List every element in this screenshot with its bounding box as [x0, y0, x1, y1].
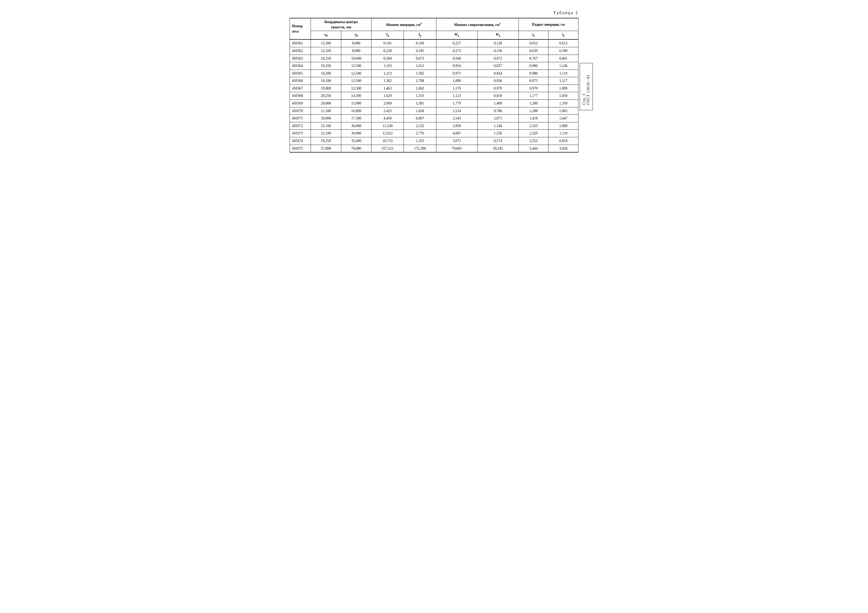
cell-x0: 12,350 — [311, 47, 341, 54]
cell-Iy: 1,612 — [404, 62, 436, 70]
header-nomer: Номерзета — [290, 18, 311, 39]
header-Iy: Iy — [404, 31, 436, 40]
cell-Ix: 10,755 — [372, 137, 404, 145]
cell-Ix: 1,213 — [372, 70, 404, 77]
cell-y0: 15,000 — [341, 100, 372, 107]
cell-y0: 8,000 — [341, 39, 372, 47]
cell-iy: 1,089 — [549, 85, 578, 92]
cell-Ix: 0,181 — [372, 39, 404, 47]
cell-x0: 22,100 — [311, 130, 341, 137]
cell-nomer: 450372 — [290, 122, 311, 130]
cell-Iy: 1,105 — [404, 137, 436, 145]
header-moment-group: Момент инерции, см4 — [372, 18, 436, 31]
cell-Wx: 3,073 — [436, 137, 477, 145]
cell-ix: 0,986 — [519, 62, 549, 70]
cell-x0: 14,250 — [311, 54, 341, 62]
header-Wx: Wx — [436, 31, 477, 40]
cell-Ix: 2,669 — [372, 100, 404, 107]
cell-y0: 17,500 — [341, 115, 372, 122]
cell-y0: 70,000 — [341, 145, 372, 152]
cell-Wx: 1,779 — [436, 100, 477, 107]
cell-Wx: 79,603 — [436, 145, 477, 152]
cell-ix: 0,767 — [519, 54, 549, 62]
cell-Ix: 1,463 — [372, 85, 404, 92]
cell-ix: 2,552 — [519, 137, 549, 145]
cell-iy: 1,119 — [549, 70, 578, 77]
cell-Wy: 1,409 — [477, 100, 519, 107]
table-row: 45036112,5008,0000,1810,1600,2270,1280,6… — [290, 39, 578, 47]
cell-Ix: 12,022 — [372, 130, 404, 137]
cell-x0: 19,200 — [311, 70, 341, 77]
cell-iy: 1,647 — [549, 115, 578, 122]
cell-x0: 20,250 — [311, 92, 341, 100]
cell-Ix: 0,218 — [372, 47, 404, 54]
header-radius-group: Радиус инерции, см — [519, 18, 578, 31]
cell-Wy: 0,650 — [477, 92, 519, 100]
cell-Wy: 0,936 — [477, 77, 519, 85]
cell-Wx: 0,971 — [436, 70, 477, 77]
cell-ix: 1,418 — [519, 115, 549, 122]
cell-Iy: 1,316 — [404, 92, 436, 100]
cell-Wy: 0,128 — [477, 39, 519, 47]
cell-ix: 1,288 — [519, 107, 549, 115]
table-row: 45036212,3508,0000,2180,1850,2730,1500,6… — [290, 47, 578, 54]
cell-y0: 14,500 — [341, 92, 372, 100]
cell-y0: 12,500 — [341, 62, 372, 70]
cell-Wy: 0,150 — [477, 47, 519, 54]
table-row: 45036924,00015,0002,6693,3811,7791,4091,… — [290, 100, 578, 107]
cell-Wx: 2,543 — [436, 115, 477, 122]
cell-ix: 0,975 — [519, 77, 549, 85]
cell-Ix: 557,221 — [372, 145, 404, 152]
cell-y0: 12,500 — [341, 70, 372, 77]
cell-x0: 12,500 — [311, 39, 341, 47]
cell-x0: 22,100 — [311, 122, 341, 130]
cell-nomer: 450370 — [290, 107, 311, 115]
cell-nomer: 450361 — [290, 39, 311, 47]
cell-Wx: 0,273 — [436, 47, 477, 54]
cell-Wx: 0,560 — [436, 54, 477, 62]
cell-Ix: 1,629 — [372, 92, 404, 100]
cell-nomer: 450374 — [290, 137, 311, 145]
cell-iy: 1,089 — [549, 122, 578, 130]
header-Ix: Ix — [372, 31, 404, 40]
table-row: 45037322,10030,00012,0222,7764,0071,2562… — [290, 130, 578, 137]
cell-nomer: 450368 — [290, 92, 311, 100]
cell-Iy: 2,776 — [404, 130, 436, 137]
cell-Wx: 1,514 — [436, 107, 477, 115]
cell-y0: 12,500 — [341, 85, 372, 92]
cell-Ix: 1,193 — [372, 62, 404, 70]
cell-ix: 1,177 — [519, 92, 549, 100]
cell-nomer: 450367 — [290, 85, 311, 92]
cell-Wy: 0,824 — [477, 70, 519, 77]
cell-ix: 0,639 — [519, 47, 549, 54]
header-sop-group: Момент сопротивления, см3 — [436, 18, 519, 31]
header-x0: x0 — [311, 31, 341, 40]
cell-y0: 30,000 — [341, 130, 372, 137]
header-ix: ix — [519, 31, 549, 40]
cell-Wy: 30,245 — [477, 145, 519, 152]
page-wrapper: Таблица 2 Номерзета Координаты центратяж… — [290, 11, 578, 153]
cell-Wx: 1,123 — [436, 92, 477, 100]
cell-x0: 19,000 — [311, 85, 341, 92]
cell-iy: 0,818 — [549, 137, 578, 145]
cell-iy: 1,117 — [549, 77, 578, 85]
header-coord-group: Координаты центратяжести, мм — [311, 18, 372, 31]
cell-Ix: 0,560 — [372, 54, 404, 62]
cell-x0: 19,250 — [311, 62, 341, 70]
cell-Ix: 2,423 — [372, 107, 404, 115]
cell-y0: 30,000 — [341, 122, 372, 130]
cell-Iy: 0,673 — [404, 54, 436, 62]
cell-nomer: 450362 — [290, 47, 311, 54]
table-row: 45037222,10030,00011,5492,5323,8501,1462… — [290, 122, 578, 130]
cell-Iy: 2,532 — [404, 122, 436, 130]
cell-iy: 0,612 — [549, 39, 578, 47]
cell-Ix: 1,362 — [372, 77, 404, 85]
cell-x0: 24,000 — [311, 100, 341, 107]
header-y0: y0 — [341, 31, 372, 40]
cell-ix: 5,444 — [519, 145, 549, 152]
cell-Iy: 1,788 — [404, 77, 436, 85]
cell-Wx: 4,007 — [436, 130, 477, 137]
cell-ix: 1,200 — [519, 100, 549, 107]
cell-nomer: 450375 — [290, 145, 311, 152]
table-row: 45037129,00017,5004,4506,0072,5432,0711,… — [290, 115, 578, 122]
